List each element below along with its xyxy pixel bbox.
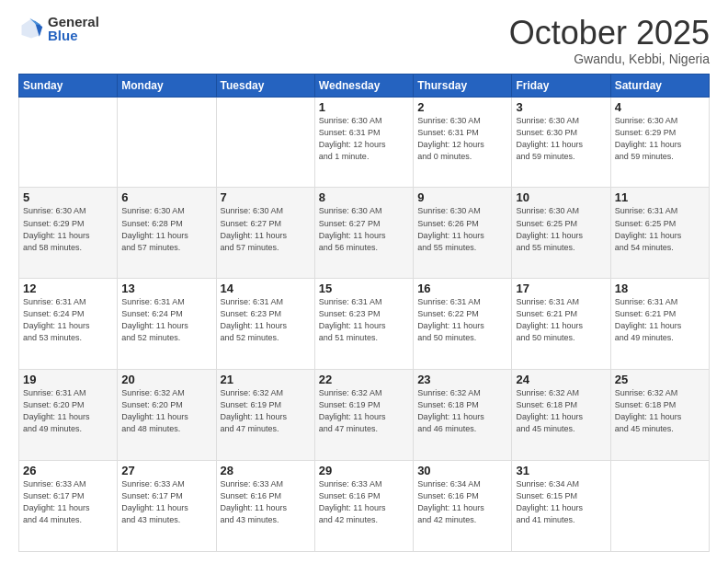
day-info: Sunrise: 6:30 AM Sunset: 6:30 PM Dayligh… (516, 115, 606, 163)
col-sunday: Sunday (19, 74, 118, 97)
day-info: Sunrise: 6:33 AM Sunset: 6:16 PM Dayligh… (319, 478, 409, 526)
day-info: Sunrise: 6:30 AM Sunset: 6:25 PM Dayligh… (516, 205, 606, 253)
day-number: 1 (319, 100, 409, 114)
col-thursday: Thursday (414, 74, 512, 97)
table-row: 26Sunrise: 6:33 AM Sunset: 6:17 PM Dayli… (19, 461, 118, 552)
table-row: 3Sunrise: 6:30 AM Sunset: 6:30 PM Daylig… (512, 97, 610, 188)
day-number: 11 (615, 190, 705, 204)
day-info: Sunrise: 6:31 AM Sunset: 6:21 PM Dayligh… (615, 296, 705, 344)
day-number: 28 (221, 464, 311, 477)
table-row: 7Sunrise: 6:30 AM Sunset: 6:27 PM Daylig… (216, 188, 314, 279)
table-row: 13Sunrise: 6:31 AM Sunset: 6:24 PM Dayli… (118, 279, 216, 370)
table-row (19, 97, 118, 188)
calendar-table: Sunday Monday Tuesday Wednesday Thursday… (18, 74, 710, 552)
day-info: Sunrise: 6:30 AM Sunset: 6:31 PM Dayligh… (417, 115, 507, 163)
day-info: Sunrise: 6:32 AM Sunset: 6:18 PM Dayligh… (516, 387, 606, 435)
day-number: 29 (319, 464, 409, 477)
month-title: October 2025 (509, 15, 710, 52)
day-number: 6 (121, 190, 211, 204)
table-row: 29Sunrise: 6:33 AM Sunset: 6:16 PM Dayli… (314, 461, 413, 552)
day-number: 14 (221, 282, 311, 295)
table-row (118, 97, 216, 188)
table-row: 20Sunrise: 6:32 AM Sunset: 6:20 PM Dayli… (118, 370, 216, 461)
calendar-week-row: 12Sunrise: 6:31 AM Sunset: 6:24 PM Dayli… (19, 279, 710, 370)
day-info: Sunrise: 6:34 AM Sunset: 6:16 PM Dayligh… (417, 478, 507, 526)
table-row: 8Sunrise: 6:30 AM Sunset: 6:27 PM Daylig… (314, 188, 413, 279)
day-info: Sunrise: 6:30 AM Sunset: 6:27 PM Dayligh… (319, 205, 409, 253)
day-info: Sunrise: 6:33 AM Sunset: 6:17 PM Dayligh… (23, 478, 113, 526)
day-number: 2 (417, 100, 507, 114)
table-row: 9Sunrise: 6:30 AM Sunset: 6:26 PM Daylig… (414, 188, 512, 279)
day-info: Sunrise: 6:31 AM Sunset: 6:21 PM Dayligh… (516, 296, 606, 344)
day-info: Sunrise: 6:31 AM Sunset: 6:25 PM Dayligh… (615, 205, 705, 253)
day-info: Sunrise: 6:32 AM Sunset: 6:19 PM Dayligh… (221, 387, 311, 435)
day-number: 13 (121, 282, 211, 295)
day-info: Sunrise: 6:31 AM Sunset: 6:24 PM Dayligh… (23, 296, 113, 344)
logo-blue: Blue (48, 29, 99, 42)
day-info: Sunrise: 6:34 AM Sunset: 6:15 PM Dayligh… (516, 478, 606, 526)
day-number: 24 (516, 373, 606, 386)
day-number: 5 (23, 190, 113, 204)
day-number: 20 (121, 373, 211, 386)
day-number: 30 (417, 464, 507, 477)
day-number: 18 (615, 282, 705, 295)
col-monday: Monday (118, 74, 216, 97)
location-subtitle: Gwandu, Kebbi, Nigeria (509, 52, 710, 66)
day-number: 31 (516, 464, 606, 477)
table-row: 22Sunrise: 6:32 AM Sunset: 6:19 PM Dayli… (314, 370, 413, 461)
day-number: 10 (516, 190, 606, 204)
day-info: Sunrise: 6:32 AM Sunset: 6:18 PM Dayligh… (615, 387, 705, 435)
day-info: Sunrise: 6:33 AM Sunset: 6:17 PM Dayligh… (121, 478, 211, 526)
table-row: 5Sunrise: 6:30 AM Sunset: 6:29 PM Daylig… (19, 188, 118, 279)
day-info: Sunrise: 6:32 AM Sunset: 6:20 PM Dayligh… (121, 387, 211, 435)
table-row: 27Sunrise: 6:33 AM Sunset: 6:17 PM Dayli… (118, 461, 216, 552)
table-row: 16Sunrise: 6:31 AM Sunset: 6:22 PM Dayli… (414, 279, 512, 370)
day-number: 27 (121, 464, 211, 477)
table-row: 4Sunrise: 6:30 AM Sunset: 6:29 PM Daylig… (610, 97, 709, 188)
page: General Blue October 2025 Gwandu, Kebbi,… (0, 0, 728, 563)
calendar-week-row: 5Sunrise: 6:30 AM Sunset: 6:29 PM Daylig… (19, 188, 710, 279)
day-info: Sunrise: 6:30 AM Sunset: 6:28 PM Dayligh… (121, 205, 211, 253)
calendar-week-row: 1Sunrise: 6:30 AM Sunset: 6:31 PM Daylig… (19, 97, 710, 188)
day-number: 19 (23, 373, 113, 386)
day-number: 9 (417, 190, 507, 204)
col-saturday: Saturday (610, 74, 709, 97)
table-row: 19Sunrise: 6:31 AM Sunset: 6:20 PM Dayli… (19, 370, 118, 461)
logo: General Blue (18, 15, 99, 42)
day-number: 26 (23, 464, 113, 477)
logo-text: General Blue (48, 15, 99, 42)
day-number: 4 (615, 100, 705, 114)
col-friday: Friday (512, 74, 610, 97)
table-row: 17Sunrise: 6:31 AM Sunset: 6:21 PM Dayli… (512, 279, 610, 370)
table-row: 24Sunrise: 6:32 AM Sunset: 6:18 PM Dayli… (512, 370, 610, 461)
calendar-week-row: 26Sunrise: 6:33 AM Sunset: 6:17 PM Dayli… (19, 461, 710, 552)
day-number: 3 (516, 100, 606, 114)
table-row: 10Sunrise: 6:30 AM Sunset: 6:25 PM Dayli… (512, 188, 610, 279)
table-row (216, 97, 314, 188)
table-row: 2Sunrise: 6:30 AM Sunset: 6:31 PM Daylig… (414, 97, 512, 188)
header: General Blue October 2025 Gwandu, Kebbi,… (18, 15, 710, 66)
day-number: 8 (319, 190, 409, 204)
table-row (610, 461, 709, 552)
table-row: 6Sunrise: 6:30 AM Sunset: 6:28 PM Daylig… (118, 188, 216, 279)
logo-icon (18, 16, 44, 41)
day-info: Sunrise: 6:32 AM Sunset: 6:18 PM Dayligh… (417, 387, 507, 435)
day-number: 12 (23, 282, 113, 295)
day-number: 7 (221, 190, 311, 204)
calendar-week-row: 19Sunrise: 6:31 AM Sunset: 6:20 PM Dayli… (19, 370, 710, 461)
day-number: 16 (417, 282, 507, 295)
day-info: Sunrise: 6:30 AM Sunset: 6:29 PM Dayligh… (615, 115, 705, 163)
table-row: 11Sunrise: 6:31 AM Sunset: 6:25 PM Dayli… (610, 188, 709, 279)
day-info: Sunrise: 6:30 AM Sunset: 6:31 PM Dayligh… (319, 115, 409, 163)
table-row: 23Sunrise: 6:32 AM Sunset: 6:18 PM Dayli… (414, 370, 512, 461)
day-number: 25 (615, 373, 705, 386)
col-wednesday: Wednesday (314, 74, 413, 97)
table-row: 21Sunrise: 6:32 AM Sunset: 6:19 PM Dayli… (216, 370, 314, 461)
day-number: 22 (319, 373, 409, 386)
table-row: 25Sunrise: 6:32 AM Sunset: 6:18 PM Dayli… (610, 370, 709, 461)
table-row: 31Sunrise: 6:34 AM Sunset: 6:15 PM Dayli… (512, 461, 610, 552)
day-info: Sunrise: 6:31 AM Sunset: 6:20 PM Dayligh… (23, 387, 113, 435)
day-info: Sunrise: 6:31 AM Sunset: 6:22 PM Dayligh… (417, 296, 507, 344)
day-info: Sunrise: 6:33 AM Sunset: 6:16 PM Dayligh… (221, 478, 311, 526)
logo-general: General (48, 15, 99, 29)
